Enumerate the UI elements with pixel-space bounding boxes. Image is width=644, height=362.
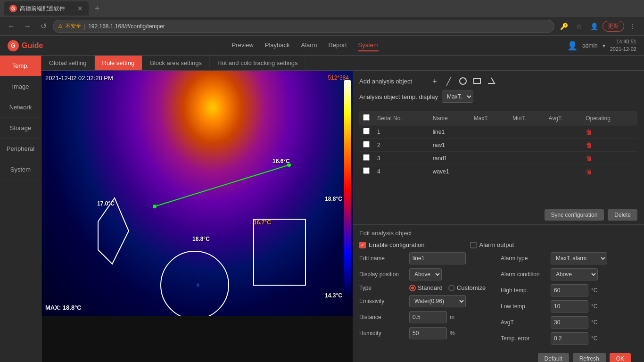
back-button[interactable]: ←	[5, 20, 18, 33]
col-maxt: MaxT.	[470, 111, 509, 125]
row-checkbox-3[interactable]	[363, 154, 370, 161]
high-temp-label: High temp.	[501, 287, 548, 294]
sidebar-item-network[interactable]: Network	[0, 97, 41, 118]
emissivity-label: Emissivity	[359, 298, 406, 304]
update-button[interactable]: 更新	[603, 21, 624, 32]
row-checkbox-1[interactable]	[363, 128, 370, 134]
type-customize-radio[interactable]: Customize	[448, 284, 486, 291]
delete-button[interactable]: Delete	[608, 209, 637, 221]
emissivity-select[interactable]: Water(0.96)	[409, 295, 466, 307]
sidebar-item-image[interactable]: Image	[0, 76, 41, 97]
sidebar-item-system[interactable]: System	[0, 159, 41, 180]
sub-tab-rule[interactable]: Rule setting	[95, 56, 143, 70]
humidity-input[interactable]	[409, 327, 447, 339]
refresh-button[interactable]: ↺	[37, 20, 50, 33]
row-avgt-1	[545, 125, 582, 139]
add-rect-button[interactable]	[471, 75, 483, 87]
add-polygon-button[interactable]	[486, 75, 497, 87]
delete-row-1-button[interactable]: 🗑	[586, 128, 592, 136]
high-temp-row: High temp. °C	[501, 284, 637, 296]
add-line-button[interactable]: ╱	[443, 75, 454, 87]
thermal-shapes-svg: +	[41, 71, 353, 316]
refresh-button[interactable]: Refresh	[573, 353, 606, 362]
delete-row-2-button[interactable]: 🗑	[586, 141, 592, 149]
edit-name-row: Edit name	[359, 252, 496, 264]
panel-scroll-container: Add analysis object ＋ ╱	[353, 71, 644, 362]
delete-row-4-button[interactable]: 🗑	[586, 168, 592, 175]
alarm-type-select[interactable]: MaxT. alarmMinT. alarmAvgT. alarm	[551, 252, 607, 264]
add-circle-button[interactable]	[457, 75, 469, 87]
ok-button[interactable]: OK	[610, 353, 631, 362]
star-icon[interactable]: ☆	[572, 20, 586, 33]
sync-configuration-button[interactable]: Sync configuration	[545, 209, 604, 221]
new-tab-button[interactable]: +	[91, 2, 104, 15]
alarm-condition-label: Alarm condition	[501, 271, 548, 278]
humidity-row: Humidity %	[359, 327, 496, 339]
high-temp-unit: °C	[591, 287, 597, 294]
type-standard-radio[interactable]: Standard	[409, 284, 443, 291]
alarm-output-checkbox[interactable]: Alarm output	[470, 241, 514, 248]
tab-favicon: G	[9, 5, 17, 12]
nav-playback[interactable]: Playback	[265, 40, 290, 51]
svg-line-0	[155, 165, 289, 206]
add-crosshair-button[interactable]: ＋	[429, 75, 440, 87]
display-position-label: Display position	[359, 271, 406, 278]
sub-tab-block[interactable]: Block area settings	[142, 56, 210, 70]
address-separator: |	[84, 23, 85, 30]
datetime-display: 14:40:51 2021-12-02	[610, 38, 636, 53]
row-maxt-1	[470, 125, 509, 139]
user-dropdown-icon[interactable]: ▾	[603, 42, 605, 49]
row-mint-2	[509, 139, 545, 152]
sidebar-item-peripheral[interactable]: Peripheral	[0, 139, 41, 159]
display-position-select[interactable]: AboveBelowLeftRight	[409, 268, 442, 280]
alarm-condition-select[interactable]: AboveBelow	[551, 268, 598, 280]
sidebar-item-temp[interactable]: Temp.	[0, 56, 41, 76]
nav-system[interactable]: System	[358, 40, 379, 51]
table-row: 4 wave1 🗑	[359, 165, 637, 178]
table-row: 3 rand1 🗑	[359, 152, 637, 165]
default-button[interactable]: Default	[538, 353, 569, 362]
sub-tab-global[interactable]: Global setting	[41, 56, 95, 70]
active-tab[interactable]: G 高德前端配置软件 ✕	[4, 1, 89, 16]
temp-label-5: 18.8°C	[325, 196, 342, 202]
standard-label: Standard	[418, 284, 443, 291]
sidebar-item-storage[interactable]: Storage	[0, 118, 41, 139]
tab-close-button[interactable]: ✕	[77, 5, 83, 12]
edit-name-label: Edit name	[359, 255, 406, 262]
temp-error-input[interactable]	[551, 332, 588, 345]
row-checkbox-2[interactable]	[363, 141, 370, 148]
forward-button[interactable]: →	[21, 20, 34, 33]
row-mint-1	[509, 125, 545, 139]
avgt-input[interactable]	[551, 316, 588, 329]
sub-tab-tracking[interactable]: Hot and cold tracking settings	[210, 56, 306, 70]
nav-report[interactable]: Report	[328, 40, 347, 51]
row-name-3: rand1	[429, 152, 470, 165]
edit-name-input[interactable]	[409, 252, 466, 264]
svg-point-3	[161, 251, 229, 316]
enable-config-checkbox[interactable]: ✓ Enable configuration	[359, 241, 425, 248]
svg-point-1	[153, 205, 157, 208]
high-temp-input[interactable]	[551, 284, 588, 296]
thermal-canvas: + 2021-12-02 02:32:28 PM 512*384 16.6°C …	[41, 71, 353, 316]
temp-label-1: 16.6°C	[272, 158, 290, 165]
svg-text:+: +	[196, 281, 200, 289]
address-bar[interactable]: ⚠ 不安全 | 192.168.1.168/#/config/temper	[53, 20, 554, 33]
row-checkbox-4[interactable]	[363, 167, 370, 174]
nav-preview[interactable]: Preview	[232, 40, 254, 51]
row-maxt-3	[470, 152, 509, 165]
col-name: Name	[429, 111, 470, 125]
date-display: 2021-12-02	[610, 46, 636, 53]
select-all-checkbox[interactable]	[363, 114, 370, 121]
temp-label-2: 17.0°C	[97, 200, 115, 207]
display-temp-select[interactable]: MaxT. MinT. AvgT.	[442, 90, 473, 103]
menu-icon[interactable]: ⋮	[626, 20, 639, 33]
delete-row-3-button[interactable]: 🗑	[586, 155, 592, 162]
type-row: Type Standard	[359, 284, 496, 291]
low-temp-input[interactable]	[551, 300, 588, 313]
logo-text: Guide	[22, 41, 43, 50]
col-operating: Operating	[582, 111, 637, 125]
nav-alarm[interactable]: Alarm	[301, 40, 317, 51]
content-body: + 2021-12-02 02:32:28 PM 512*384 16.6°C …	[41, 71, 644, 362]
user-nav-icon[interactable]: 👤	[587, 20, 601, 33]
distance-input[interactable]	[409, 311, 447, 323]
